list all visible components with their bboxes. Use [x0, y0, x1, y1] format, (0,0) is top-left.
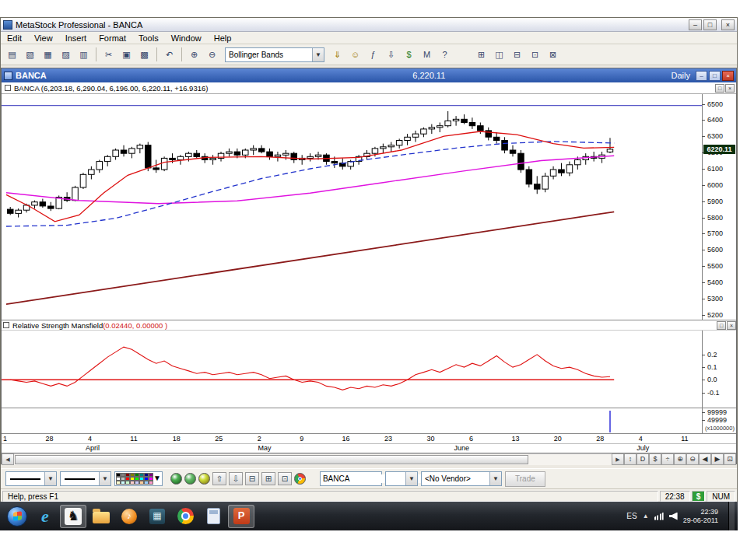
tile-horizontal-icon[interactable]: ⊟	[509, 47, 525, 62]
chart-minimize-icon[interactable]: –	[696, 71, 707, 81]
scrollbar-left-icon[interactable]: ◀	[2, 453, 14, 465]
metastock-icon[interactable]: ♞	[60, 505, 86, 528]
tile-vertical-icon[interactable]: ◫	[491, 47, 507, 62]
color-picker[interactable]: ▼	[114, 471, 163, 486]
price-plot[interactable]	[2, 94, 702, 320]
paste-icon[interactable]: ▩	[136, 47, 153, 62]
dollar-scale-button[interactable]: $	[649, 453, 661, 465]
menu-item-window[interactable]: Window	[165, 33, 208, 44]
new-chart-icon[interactable]: ▤	[4, 47, 20, 62]
chart-restore-icon[interactable]: □	[709, 71, 721, 81]
trade-button[interactable]: Trade	[505, 471, 545, 487]
pane-handle-icon[interactable]	[3, 322, 9, 328]
chevron-down-icon[interactable]: ▼	[153, 472, 161, 485]
vendor-combo[interactable]: <No Vendor> ▼	[421, 471, 502, 486]
resize-tool-button[interactable]: ↕	[624, 453, 637, 465]
layout-grid-icon[interactable]: ⊠	[545, 47, 561, 62]
open-chart-icon[interactable]: ▧	[22, 47, 38, 62]
print-preview-icon[interactable]: ▥	[75, 47, 92, 62]
indicator-plot[interactable]	[2, 331, 702, 408]
minimize-icon[interactable]: –	[689, 19, 702, 30]
indicator-axis[interactable]: 0.20.10.0-0.1	[702, 331, 736, 408]
pane-maximize-icon[interactable]: □	[715, 84, 724, 93]
pane-close-icon[interactable]: ×	[725, 84, 735, 93]
interval-combo[interactable]: ▼	[385, 471, 418, 486]
show-desktop-button[interactable]	[728, 502, 735, 530]
menu-item-edit[interactable]: Edit	[1, 33, 28, 44]
menu-item-help[interactable]: Help	[208, 33, 238, 44]
print-icon[interactable]: ▨	[58, 47, 74, 62]
menu-item-insert[interactable]: Insert	[59, 33, 93, 44]
zoom-out-mini-button[interactable]: ⊖	[686, 453, 699, 465]
chevron-down-icon[interactable]: ▼	[44, 472, 56, 485]
scrollbar-right-icon[interactable]: ▶	[612, 453, 624, 465]
chevron-down-icon[interactable]: ▼	[405, 472, 417, 485]
page-left-button[interactable]: ◀	[699, 453, 711, 465]
chrome-ball-icon[interactable]	[294, 473, 306, 485]
pane-handle-icon[interactable]	[5, 85, 11, 91]
calculator-icon[interactable]	[200, 505, 226, 528]
stack-charts-icon[interactable]: ⊞	[261, 472, 275, 485]
media-player-icon[interactable]: ♪	[116, 505, 142, 528]
line-weight-combo[interactable]: ▼	[60, 471, 111, 486]
menu-item-tools[interactable]: Tools	[132, 33, 165, 44]
rsm-chart[interactable]	[2, 331, 702, 408]
menu-item-format[interactable]: Format	[93, 33, 132, 44]
taskbar-clock[interactable]: 22:39 29-06-2011	[683, 508, 718, 525]
explorer-ball-icon[interactable]	[184, 473, 196, 485]
chart-titlebar[interactable]: BANCA 6,220.11 Daily – □ ×	[2, 68, 736, 82]
grid-charts-icon[interactable]: ⊡	[278, 472, 292, 485]
volume-icon[interactable]	[669, 513, 678, 520]
cut-icon[interactable]: ✂	[100, 47, 117, 62]
indicator-dropdown[interactable]: Bollinger Bands ▼	[225, 47, 324, 62]
app-icon[interactable]: ▦	[144, 505, 170, 528]
divide-scale-button[interactable]: ÷	[661, 453, 674, 465]
expand-button[interactable]: ⊡	[724, 453, 736, 465]
chevron-down-icon[interactable]: ▼	[99, 472, 110, 485]
zoom-out-icon[interactable]: ⊖	[204, 47, 220, 62]
internet-explorer-icon[interactable]: e	[32, 505, 58, 528]
tile-charts-icon[interactable]: ⊟	[245, 472, 259, 485]
scrollbar-thumb[interactable]	[15, 455, 528, 464]
upload-layout-icon[interactable]: ⇧	[212, 472, 226, 485]
volume-plot[interactable]	[2, 408, 702, 433]
volume-axis[interactable]: 9999949999(x1000000)	[702, 408, 736, 433]
periodicity-label[interactable]: Daily	[672, 71, 690, 80]
chart-close-icon[interactable]: ×	[722, 71, 734, 81]
maximize-icon[interactable]: □	[703, 19, 717, 30]
tester-ball-icon[interactable]	[198, 473, 210, 485]
symbol-combo[interactable]: ▼	[320, 471, 382, 486]
zoom-in-icon[interactable]: ⊕	[186, 47, 202, 62]
save-icon[interactable]: ▦	[40, 47, 56, 62]
system-tester-icon[interactable]: ⇩	[383, 47, 399, 62]
help-pointer-icon[interactable]: ?	[437, 47, 453, 62]
zoom-in-mini-button[interactable]: ⊕	[674, 453, 686, 465]
line-style-combo[interactable]: ▼	[5, 471, 57, 486]
dollar-icon[interactable]: $	[401, 47, 417, 62]
download-layout-icon[interactable]: ⇩	[229, 472, 243, 485]
chrome-icon[interactable]	[172, 505, 198, 528]
chevron-down-icon[interactable]: ▼	[312, 48, 324, 61]
powerpoint-icon[interactable]: P	[228, 505, 254, 528]
expert-advisor-icon[interactable]: ☺	[347, 47, 363, 62]
windows-explorer-icon[interactable]	[88, 505, 114, 528]
page-right-button[interactable]: ▶	[711, 453, 724, 465]
language-indicator[interactable]: ES	[626, 512, 637, 520]
app-titlebar[interactable]: MetaStock Professional - BANCA – □ ×	[1, 18, 737, 32]
network-icon[interactable]	[654, 513, 664, 520]
price-chart[interactable]	[2, 94, 702, 320]
pane-maximize-icon[interactable]: □	[717, 321, 726, 330]
volume-chart[interactable]	[2, 408, 702, 433]
start-button[interactable]	[4, 505, 30, 528]
close-icon[interactable]: ×	[721, 19, 735, 30]
expert-ball-icon[interactable]	[170, 473, 182, 485]
hidden-icons-chevron-icon[interactable]: ▲	[643, 513, 649, 520]
data-window-button[interactable]: D	[637, 453, 649, 465]
scrollbar-track[interactable]	[14, 453, 612, 465]
menu-item-view[interactable]: View	[28, 33, 59, 44]
pane-close-icon[interactable]: ×	[727, 321, 736, 330]
downloader-icon[interactable]: ⇓	[329, 47, 345, 62]
copy-icon[interactable]: ▣	[118, 47, 135, 62]
new-window-icon[interactable]: ⊞	[473, 47, 489, 62]
undo-icon[interactable]: ↶	[161, 47, 177, 62]
